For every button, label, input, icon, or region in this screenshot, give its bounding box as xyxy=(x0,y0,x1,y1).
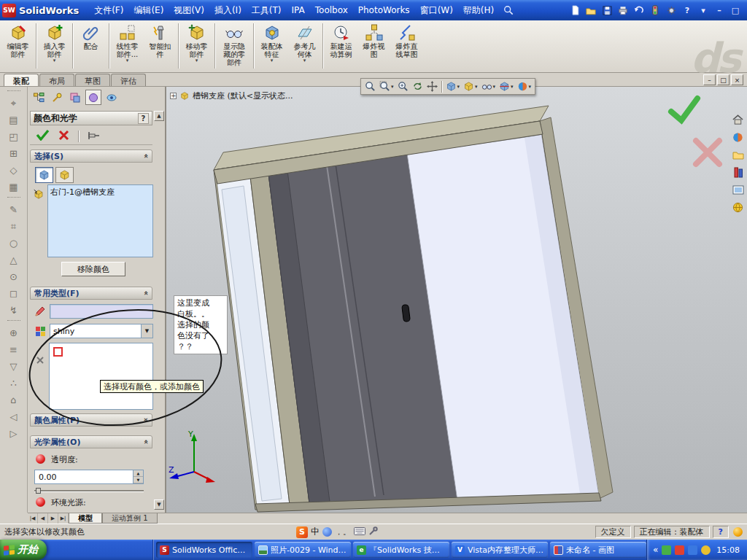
ime-settings-wrench-icon[interactable] xyxy=(368,526,378,538)
dropdown-arrow-icon[interactable] xyxy=(696,4,711,18)
cancel-x-icon[interactable] xyxy=(58,130,69,143)
design-library-icon[interactable] xyxy=(731,166,745,179)
menu-edit[interactable]: 编辑(E) xyxy=(128,1,169,20)
cad-tool-icon[interactable] xyxy=(4,358,23,375)
open-document-icon[interactable] xyxy=(584,4,598,18)
dropdown-arrow-icon[interactable] xyxy=(196,58,198,64)
transparency-value-field[interactable]: 0.00 xyxy=(34,470,144,484)
cad-tool-icon[interactable] xyxy=(4,95,23,112)
tab-layout[interactable]: 布局 xyxy=(39,74,74,86)
menu-window[interactable]: 窗口(W) xyxy=(415,1,458,20)
tray-security-icon[interactable] xyxy=(675,545,684,555)
ime-fullwidth-icon[interactable] xyxy=(322,527,332,537)
spinner-down-icon[interactable] xyxy=(133,477,143,483)
menu-ipa[interactable]: IPA xyxy=(287,2,310,18)
linear-pattern-button[interactable]: 线性零 部件... xyxy=(111,22,144,71)
cad-tool-icon[interactable] xyxy=(4,145,23,162)
panel-scroll-down-icon[interactable] xyxy=(154,499,164,510)
toolbar-drag-handle[interactable] xyxy=(7,320,20,323)
cad-tool-icon[interactable] xyxy=(4,128,23,145)
pin-keep-visible-icon[interactable] xyxy=(88,130,100,143)
taskbar-button-paint[interactable]: 未命名 - 画图 xyxy=(550,542,646,558)
ime-punctuation-icon[interactable] xyxy=(335,526,351,537)
zoom-in-out-icon[interactable] xyxy=(396,79,410,93)
edit-component-button[interactable]: 编辑零 部件 xyxy=(1,22,34,71)
color-properties-group-header[interactable]: 颜色属性(P) xyxy=(30,413,152,427)
toolbar-drag-handle[interactable] xyxy=(7,197,20,200)
insert-component-button[interactable]: 插入零 部件 xyxy=(38,22,71,71)
graphics-viewport[interactable]: 槽钢支座 (默认<显示状态... 这里变成 xyxy=(166,87,747,513)
slider-track[interactable] xyxy=(34,490,144,491)
help-icon[interactable] xyxy=(680,4,694,18)
dropdown-arrow-icon[interactable] xyxy=(126,58,129,64)
menu-insert[interactable]: 插入(I) xyxy=(209,1,247,20)
display-manager-tab-icon[interactable] xyxy=(104,90,120,105)
tray-expand-chevron[interactable]: « xyxy=(653,545,658,554)
zoom-fit-icon[interactable] xyxy=(363,79,377,93)
favorites-group-header[interactable]: 常用类型(F) xyxy=(30,287,152,300)
file-explorer-folder-icon[interactable] xyxy=(731,148,745,161)
tab-scroll-first-icon[interactable] xyxy=(28,513,38,524)
cad-tool-icon[interactable] xyxy=(4,252,23,268)
finish-dropdown[interactable]: shiny xyxy=(50,324,153,338)
taskbar-button-solidworks[interactable]: SolidWorks Office Premiu... xyxy=(156,542,252,558)
assembly-features-button[interactable]: 装配体 特征 xyxy=(255,22,288,71)
move-component-button[interactable]: 移动零 部件 xyxy=(180,22,213,71)
slider-thumb[interactable] xyxy=(36,488,41,494)
tray-volume-icon[interactable] xyxy=(701,545,711,555)
cad-tool-icon[interactable] xyxy=(4,162,23,179)
hide-show-items-icon[interactable] xyxy=(480,79,498,93)
reference-geometry-button[interactable]: 参考几 何体 xyxy=(288,22,321,71)
appearances-icon[interactable] xyxy=(731,131,745,144)
collapse-chevron-icon[interactable] xyxy=(144,289,148,297)
explode-line-sketch-button[interactable]: 爆炸直 线草图 xyxy=(390,22,423,71)
tab-scroll-last-icon[interactable] xyxy=(58,513,69,524)
panel-scroll-up-icon[interactable] xyxy=(154,111,164,121)
taskbar-button-memory-tool[interactable]: Vista内存整理大师 v1.0... xyxy=(452,542,548,558)
collapse-chevron-icon[interactable] xyxy=(144,438,148,446)
cad-tool-icon[interactable] xyxy=(4,268,23,285)
selected-item-text[interactable]: 右门-1@槽钢支座 xyxy=(50,187,115,197)
view-palette-icon[interactable] xyxy=(731,183,745,196)
cad-tool-icon[interactable] xyxy=(4,285,23,302)
tree-expand-icon[interactable] xyxy=(170,93,177,99)
menu-help[interactable]: 帮助(H) xyxy=(458,1,499,20)
cad-tool-icon[interactable] xyxy=(4,302,23,319)
color-swatch-palette[interactable] xyxy=(49,343,153,410)
section-view-icon[interactable] xyxy=(498,79,515,93)
new-document-icon[interactable] xyxy=(568,4,582,18)
cad-tool-icon[interactable] xyxy=(4,375,23,392)
menu-file[interactable]: 文件(F) xyxy=(89,1,128,20)
tab-scroll-left-icon[interactable] xyxy=(38,513,48,524)
taskbar-button-photo-viewer[interactable]: 照片-0029 - Windows 图... xyxy=(255,542,351,558)
tab-scroll-right-icon[interactable] xyxy=(48,513,58,524)
property-manager-tab-icon[interactable] xyxy=(49,90,65,105)
dropdown-arrow-icon[interactable] xyxy=(53,58,56,64)
taskbar-button-browser-forum[interactable]: 『SolidWorks 技术交流... xyxy=(353,542,449,558)
pan-icon[interactable] xyxy=(425,79,439,93)
new-motion-study-button[interactable]: 新建运 动算例 xyxy=(325,22,357,71)
display-style-icon[interactable] xyxy=(462,79,479,93)
rebuild-icon[interactable] xyxy=(648,4,662,18)
panel-help-button[interactable]: ? xyxy=(138,113,149,124)
mate-button[interactable]: 配合 xyxy=(74,22,107,71)
solidworks-resources-globe-icon[interactable] xyxy=(731,201,745,214)
ime-chinese-mode-icon[interactable]: 中 xyxy=(311,526,320,538)
cad-tool-icon[interactable] xyxy=(4,218,23,235)
confirm-ok-check-icon[interactable] xyxy=(671,98,697,120)
cad-tool-icon[interactable] xyxy=(4,179,23,195)
model-tab[interactable]: 模型 xyxy=(69,513,102,524)
spinner-up-icon[interactable] xyxy=(133,470,143,477)
appearance-icon[interactable] xyxy=(516,79,533,93)
expand-chevron-icon[interactable] xyxy=(144,416,148,424)
toolbar-drag-handle[interactable] xyxy=(7,90,20,93)
chevron-down-icon[interactable] xyxy=(141,324,152,338)
ime-keyboard-icon[interactable] xyxy=(354,527,365,537)
dropdown-arrow-icon[interactable] xyxy=(303,58,306,64)
confirm-cancel-x-icon[interactable] xyxy=(696,141,719,164)
doc-close-icon[interactable] xyxy=(731,74,743,85)
selected-color-swatch[interactable] xyxy=(53,347,63,357)
cad-tool-icon[interactable] xyxy=(4,324,23,341)
view-orientation-icon[interactable] xyxy=(444,79,462,93)
delete-color-icon[interactable] xyxy=(34,354,47,367)
